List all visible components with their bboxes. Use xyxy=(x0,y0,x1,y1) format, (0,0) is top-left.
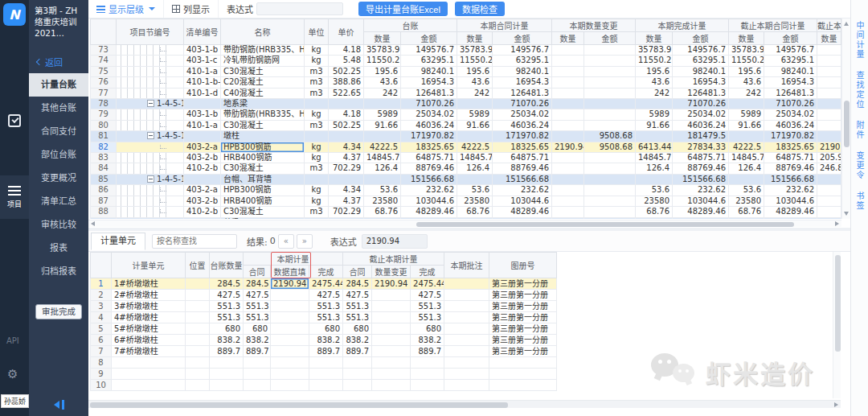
value-cell[interactable] xyxy=(244,380,271,391)
value-cell[interactable] xyxy=(584,153,636,163)
note-cell[interactable] xyxy=(444,346,489,357)
row-number[interactable]: 7 xyxy=(91,346,112,357)
scrollbar-thumb[interactable] xyxy=(90,402,508,408)
list-code-cell[interactable]: 403-2-b xyxy=(184,153,221,163)
unit-cell[interactable]: m3 xyxy=(305,207,329,217)
value-cell[interactable]: 551.3 xyxy=(244,301,271,312)
unit-search-input[interactable] xyxy=(152,234,237,249)
unit-price-cell[interactable]: 502.25 xyxy=(329,66,364,76)
unit-price-cell[interactable]: 4.37 xyxy=(329,196,364,206)
unit-price-cell[interactable]: 4.18 xyxy=(329,45,364,56)
value-cell[interactable]: 838.2 xyxy=(244,335,271,346)
value-cell[interactable] xyxy=(729,174,764,184)
value-cell[interactable]: 889.7 xyxy=(210,346,244,357)
value-cell[interactable]: 53.6 xyxy=(457,185,493,196)
value-cell[interactable] xyxy=(364,131,401,142)
atlas-cell[interactable]: 第三册第一分册 xyxy=(489,312,557,323)
value-cell[interactable]: 5989 xyxy=(729,109,764,120)
back-link[interactable]: 返回 xyxy=(37,56,88,68)
value-cell[interactable] xyxy=(309,357,343,369)
unit-name-cell[interactable]: 5#桥墩墩柱 xyxy=(112,323,186,335)
collapse-minus-icon[interactable] xyxy=(147,175,154,183)
value-cell[interactable] xyxy=(343,369,372,380)
value-cell[interactable]: 551.3 xyxy=(244,312,271,323)
value-cell[interactable] xyxy=(817,131,841,142)
value-cell[interactable] xyxy=(372,335,411,346)
unit-name-cell[interactable] xyxy=(112,369,186,380)
value-cell[interactable] xyxy=(584,99,636,109)
value-cell[interactable] xyxy=(552,153,584,163)
note-cell[interactable] xyxy=(444,380,489,391)
value-cell[interactable]: 126.4 xyxy=(364,163,401,174)
col-header-price[interactable]: 单价 xyxy=(329,19,364,45)
value-cell[interactable] xyxy=(343,380,372,391)
unit-row[interactable]: 33#桥墩墩柱551.3551.3551.3551.3551.3第三册第一分册 xyxy=(91,301,557,312)
value-cell[interactable]: 4222.5 xyxy=(364,142,401,152)
value-cell[interactable]: 149576.7 xyxy=(401,45,457,56)
unit-price-cell[interactable]: 502.25 xyxy=(329,120,364,130)
right-panel-item-查找定位[interactable]: 查找定位 xyxy=(854,71,866,109)
scrollbar-thumb[interactable] xyxy=(835,255,841,352)
unit-price-cell[interactable] xyxy=(329,217,364,219)
value-cell[interactable] xyxy=(552,66,584,76)
value-cell[interactable] xyxy=(817,77,841,88)
tree-cell[interactable] xyxy=(117,207,184,217)
value-cell[interactable]: 68.76 xyxy=(364,207,401,217)
item-name-cell[interactable]: 地系梁 xyxy=(221,99,305,109)
value-cell[interactable] xyxy=(729,99,764,109)
row-number[interactable]: 77 xyxy=(91,88,117,98)
value-cell[interactable] xyxy=(552,109,584,120)
value-cell[interactable] xyxy=(552,120,584,130)
list-code-cell[interactable]: 410-2-b xyxy=(184,163,221,174)
value-cell[interactable]: 53.6 xyxy=(729,185,764,196)
expression-input[interactable] xyxy=(256,2,343,15)
value-cell[interactable]: 14845.7 xyxy=(729,153,764,163)
tree-cell[interactable] xyxy=(117,142,184,152)
atlas-cell[interactable]: 第三册第一分册 xyxy=(489,346,557,357)
value-cell[interactable]: 149576.7 xyxy=(673,45,729,56)
value-cell[interactable] xyxy=(584,174,636,184)
value-cell[interactable]: 71070.26 xyxy=(493,99,552,109)
value-cell[interactable]: 35783.9 xyxy=(364,45,401,56)
item-name-cell[interactable]: 盖梁 xyxy=(221,217,305,219)
unit-name-cell[interactable]: 3#桥墩墩柱 xyxy=(112,301,186,312)
display-level-dropdown[interactable]: 显示层级 xyxy=(88,0,164,18)
row-number[interactable]: 8 xyxy=(91,357,112,369)
data-check-button[interactable]: 数据检查 xyxy=(455,2,505,16)
value-cell[interactable]: 288637.13 xyxy=(493,217,552,219)
value-cell[interactable]: 126481.3 xyxy=(493,88,552,98)
list-code-cell[interactable]: 410-2-b xyxy=(184,207,221,217)
value-cell[interactable]: 2190.94 xyxy=(271,278,309,290)
value-cell[interactable] xyxy=(552,217,584,219)
value-cell[interactable]: 64875.71 xyxy=(493,153,552,163)
list-code-cell[interactable]: 410-1-a xyxy=(184,120,221,130)
value-cell[interactable]: 14845.7 xyxy=(364,153,401,163)
value-cell[interactable]: 6413.44 xyxy=(636,142,673,152)
unit-price-cell[interactable]: 522.65 xyxy=(329,88,364,98)
value-cell[interactable]: 551.3 xyxy=(309,301,343,312)
item-name-cell[interactable]: 带肋钢筋(HRB335、HRB400) xyxy=(221,45,305,56)
value-cell[interactable]: 63295.1 xyxy=(401,56,457,66)
value-cell[interactable]: 35783.9 xyxy=(729,45,764,56)
ledger-horizontal-scrollbar[interactable] xyxy=(88,220,841,227)
value-cell[interactable] xyxy=(411,369,444,380)
sub-header-amt[interactable]: 金额 xyxy=(584,32,636,45)
sidebar-item-清单汇总[interactable]: 清单汇总 xyxy=(29,190,88,213)
value-cell[interactable]: 103044.6 xyxy=(673,196,729,206)
sub-header-amt[interactable]: 金额 xyxy=(673,32,729,45)
value-cell[interactable]: 838.2 xyxy=(309,335,343,346)
unit-row[interactable]: 77#桥墩墩柱889.7889.7889.7889.7889.7第三册第一分册 xyxy=(91,346,557,357)
value-cell[interactable]: 23580 xyxy=(729,196,764,206)
value-cell[interactable]: 126481.3 xyxy=(673,88,729,98)
unit-name-cell[interactable]: 1#桥墩墩柱 xyxy=(112,278,186,290)
sub-header-amt[interactable]: 金额 xyxy=(401,32,457,45)
value-cell[interactable]: 25034.02 xyxy=(673,109,729,120)
value-cell[interactable]: 2190.94 xyxy=(552,142,584,152)
value-cell[interactable] xyxy=(552,131,584,142)
value-cell[interactable] xyxy=(552,45,584,56)
value-cell[interactable]: 242 xyxy=(457,88,493,98)
ledger-row[interactable]: 74403-1-c冷轧带肋钢筋网kg5.4811550.263295.11155… xyxy=(91,56,841,66)
list-code-cell[interactable]: 403-1-b xyxy=(184,45,221,56)
value-cell[interactable] xyxy=(271,290,309,301)
unit-cell[interactable]: m3 xyxy=(305,120,329,130)
